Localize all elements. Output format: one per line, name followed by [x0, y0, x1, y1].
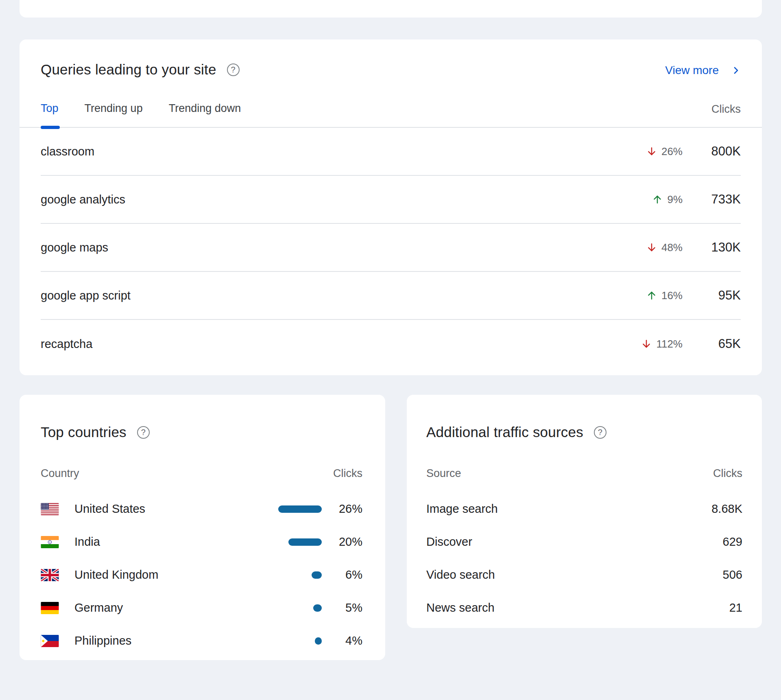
clicks-value: 65K	[694, 337, 741, 351]
country-row: United Kingdom6%	[41, 558, 362, 591]
traffic-source-row: Video search506	[426, 558, 742, 591]
query-row[interactable]: google maps48%130K	[41, 224, 741, 272]
flag-gb-icon	[41, 569, 59, 581]
dashboard-page: Queries leading to your site ? View more…	[0, 0, 781, 700]
query-text: google app script	[41, 289, 613, 302]
clicks-percent: 4%	[322, 634, 362, 648]
query-text: google analytics	[41, 193, 613, 206]
traffic-source-row: News search21	[426, 591, 742, 624]
clicks-percent: 5%	[322, 601, 362, 615]
help-icon[interactable]: ?	[227, 63, 240, 76]
source-name: Image search	[426, 502, 498, 516]
country-name: Philippines	[74, 634, 269, 648]
top-countries-title: Top countries	[41, 423, 127, 441]
sources-column-headers: Source Clicks	[426, 467, 742, 480]
clicks-bar	[312, 571, 322, 579]
clicks-percent: 26%	[322, 502, 362, 516]
query-text: classroom	[41, 145, 613, 158]
trend-down-arrow-icon	[646, 242, 657, 253]
source-name: News search	[426, 601, 495, 615]
source-clicks-value: 8.68K	[711, 502, 742, 516]
clicks-value: 800K	[694, 144, 741, 159]
country-name: United Kingdom	[74, 568, 269, 582]
clicks-bar	[278, 505, 322, 513]
country-column-header: Country	[41, 467, 79, 480]
view-more-label: View more	[665, 64, 719, 77]
trend-up-arrow-icon	[652, 194, 663, 205]
trend-percent: 48%	[661, 241, 683, 254]
query-row[interactable]: google app script16%95K	[41, 272, 741, 320]
clicks-bar	[315, 637, 322, 645]
country-row: Philippines4%	[41, 624, 362, 657]
flag-us-icon	[41, 503, 59, 515]
source-clicks-value: 506	[723, 568, 742, 582]
flag-de-icon	[41, 602, 59, 614]
country-row: United States26%	[41, 492, 362, 525]
traffic-sources-title: Additional traffic sources	[426, 423, 583, 441]
clicks-bar	[288, 538, 322, 546]
trend-percent: 26%	[661, 145, 683, 158]
help-icon[interactable]: ?	[594, 426, 606, 439]
traffic-source-row: Image search8.68K	[426, 492, 742, 525]
chevron-right-icon	[731, 66, 741, 75]
clicks-value: 95K	[694, 288, 741, 303]
traffic-sources-card: Additional traffic sources ? Source Clic…	[407, 395, 762, 628]
clicks-column-header: Clicks	[713, 467, 742, 480]
query-row[interactable]: classroom26%800K	[41, 128, 741, 176]
query-row[interactable]: google analytics9%733K	[41, 176, 741, 224]
clicks-value: 733K	[694, 192, 741, 207]
queries-card-title: Queries leading to your site	[41, 61, 216, 79]
traffic-source-row: Discover629	[426, 525, 742, 558]
help-icon[interactable]: ?	[137, 426, 150, 439]
trend-down-arrow-icon	[641, 338, 652, 350]
countries-column-headers: Country Clicks	[41, 467, 362, 480]
view-more-link[interactable]: View more	[665, 64, 741, 77]
queries-card: Queries leading to your site ? View more…	[20, 39, 762, 375]
clicks-percent: 6%	[322, 568, 362, 582]
trend-percent: 16%	[661, 289, 683, 302]
trend-up-arrow-icon	[646, 290, 657, 301]
source-clicks-value: 21	[729, 601, 742, 615]
queries-card-header: Queries leading to your site ? View more	[20, 39, 762, 79]
tab-trending-up[interactable]: Trending up	[85, 102, 143, 127]
tab-trending-down[interactable]: Trending down	[169, 102, 241, 127]
query-text: google maps	[41, 241, 613, 254]
flag-in-icon	[41, 536, 59, 548]
queries-tabbar: TopTrending upTrending down Clicks	[20, 88, 762, 128]
country-name: Germany	[74, 601, 269, 615]
clicks-column-header: Clicks	[333, 467, 362, 480]
clicks-value: 130K	[694, 240, 741, 255]
country-name: United States	[74, 502, 269, 516]
clicks-column-header: Clicks	[711, 103, 741, 127]
query-row[interactable]: recaptcha112%65K	[41, 320, 741, 368]
source-name: Video search	[426, 568, 495, 582]
top-countries-card: Top countries ? Country Clicks United St…	[20, 395, 385, 660]
query-text: recaptcha	[41, 337, 613, 351]
country-row: Germany5%	[41, 591, 362, 624]
country-name: India	[74, 535, 269, 549]
previous-card-bottom-edge	[20, 0, 762, 18]
trend-down-arrow-icon	[646, 146, 657, 157]
trend-percent: 112%	[656, 338, 683, 350]
source-name: Discover	[426, 535, 472, 549]
trend-percent: 9%	[667, 193, 683, 206]
clicks-percent: 20%	[322, 535, 362, 549]
country-row: India20%	[41, 525, 362, 558]
tab-top[interactable]: Top	[41, 102, 59, 127]
flag-ph-icon	[41, 635, 59, 647]
source-column-header: Source	[426, 467, 461, 480]
clicks-bar	[313, 604, 322, 612]
source-clicks-value: 629	[723, 535, 742, 549]
